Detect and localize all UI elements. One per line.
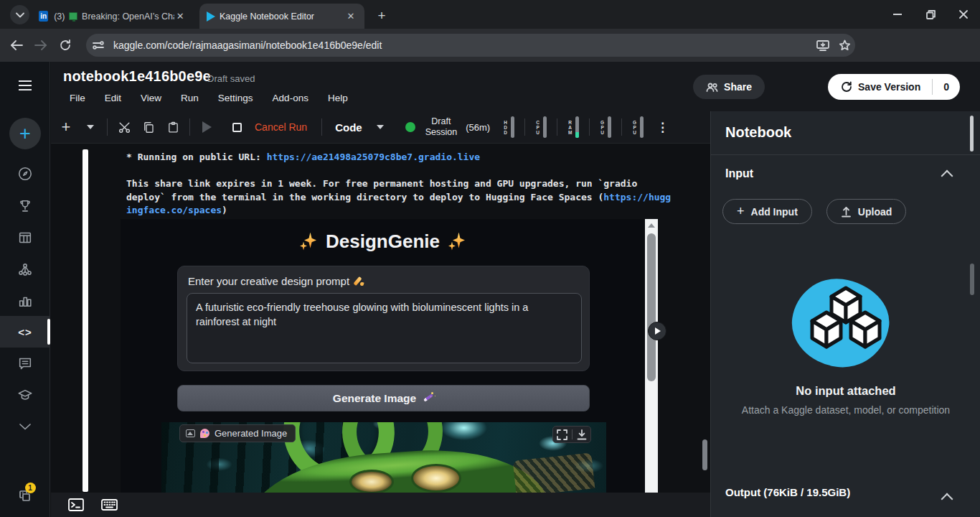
scroll-up-arrow[interactable] [648, 223, 655, 228]
sidebar-item-models[interactable] [0, 255, 50, 284]
save-version-button[interactable]: Save Version [828, 74, 932, 100]
add-input-button[interactable]: + Add Input [722, 199, 812, 224]
tab-search-button[interactable] [10, 5, 29, 24]
input-section-title: Input [725, 167, 753, 180]
menu-help[interactable]: Help [328, 93, 348, 103]
close-window-button[interactable] [947, 0, 980, 29]
linkedin-favicon: in [39, 11, 48, 22]
fullscreen-icon[interactable] [557, 429, 567, 440]
cell-output-text: * Running on public URL: https://ae21498… [126, 151, 673, 218]
panel-title: Notebook [725, 124, 791, 141]
kaggle-favicon [207, 11, 215, 22]
share-button[interactable]: Share [693, 75, 765, 99]
monitor-emoji-icon [69, 12, 77, 20]
run-cell-icon[interactable] [194, 121, 219, 133]
tab-close-icon[interactable]: ✕ [174, 10, 186, 23]
sidebar-item-learn[interactable] [0, 381, 50, 409]
image-window [411, 464, 461, 493]
tab-title: Breaking: OpenAI’s ChatG [82, 11, 174, 22]
menu-file[interactable]: File [70, 93, 85, 103]
minimize-button[interactable] [881, 0, 914, 29]
share-label: Share [724, 81, 752, 93]
menu-bar: File Edit View Run Settings Add-ons Help [70, 93, 348, 103]
toolbar-more-icon[interactable]: ⋮ [656, 120, 669, 135]
panel-scroll-thumb[interactable] [970, 116, 974, 152]
menu-edit[interactable]: Edit [105, 93, 121, 103]
keyboard-shortcuts-icon[interactable] [101, 499, 118, 511]
sidebar-item-datasets[interactable] [0, 223, 50, 252]
screen: in (3) Breaking: OpenAI’s ChatG ✕ Kaggle… [0, 0, 980, 517]
output-section-title[interactable]: Output (76KiB / 19.5GiB) [725, 486, 850, 498]
restore-button[interactable] [914, 0, 947, 29]
bookmark-star-icon[interactable] [834, 34, 855, 56]
palette-icon [200, 429, 209, 438]
notebook-header: notebook1e416b0e9e Draft saved File Edit… [51, 62, 980, 111]
no-input-title: No input attached [711, 384, 980, 398]
sidebar-item-competitions[interactable] [0, 192, 50, 220]
cell-type-selector[interactable]: Code [335, 121, 362, 134]
session-label: Draft Session [425, 116, 457, 138]
image-icon [186, 429, 195, 437]
reload-button[interactable] [53, 33, 77, 57]
image-window [349, 470, 394, 493]
create-button[interactable]: + [9, 118, 41, 149]
add-cell-dropdown-icon[interactable] [78, 125, 103, 129]
menu-hamburger-icon[interactable] [19, 80, 32, 90]
sidebar-item-discussions[interactable] [0, 349, 50, 378]
sidebar-item-home[interactable] [0, 159, 50, 188]
gradio-live-link[interactable]: https://ae21498a25079c8be7.gradio.live [267, 152, 480, 162]
add-cell-button[interactable]: + [54, 118, 78, 136]
sidebar-item-benchmarks[interactable] [0, 287, 50, 315]
tab-kaggle[interactable]: Kaggle Notebook Editor ✕ [199, 4, 364, 29]
no-input-subtitle: Attach a Kaggle dataset, model, or compe… [711, 404, 980, 416]
collapse-output-icon[interactable] [941, 493, 953, 506]
prompt-textarea[interactable]: A futuristic eco-friendly treehouse glow… [187, 293, 582, 363]
notebook-title[interactable]: notebook1e416b0e9e [63, 68, 211, 85]
sidebar-item-code[interactable]: <> [0, 316, 50, 348]
prompt-label: Enter your creative design prompt [188, 275, 365, 287]
browser-tabstrip: in (3) Breaking: OpenAI’s ChatG ✕ Kaggle… [0, 0, 980, 29]
active-events-button[interactable]: 1 [0, 481, 50, 510]
expand-panel-button[interactable] [648, 322, 666, 340]
back-button[interactable] [4, 33, 29, 57]
menu-view[interactable]: View [141, 93, 161, 103]
active-events-badge: 1 [25, 483, 36, 493]
image-bridge [513, 452, 595, 493]
sidebar-more-icon[interactable] [0, 412, 50, 441]
generated-image[interactable]: Generated Image [161, 422, 606, 493]
generate-image-button[interactable]: Generate Image [177, 385, 590, 411]
image-controls [552, 426, 591, 443]
gradio-scrollbar[interactable] [645, 219, 658, 493]
menu-settings[interactable]: Settings [218, 93, 253, 103]
collapse-input-icon[interactable] [941, 170, 953, 182]
notebook-side-panel: Notebook Input + Add Input Upload [710, 111, 980, 517]
tab-title: Kaggle Notebook Editor [220, 11, 314, 22]
stop-icon[interactable] [225, 123, 249, 132]
new-tab-button[interactable]: + [372, 6, 392, 26]
menu-addons[interactable]: Add-ons [273, 93, 308, 103]
site-settings-icon[interactable] [86, 40, 110, 50]
cut-cell-icon[interactable] [112, 121, 136, 134]
draft-status: Draft saved [207, 73, 255, 84]
install-app-icon[interactable] [812, 34, 834, 56]
copy-cell-icon[interactable] [136, 121, 161, 134]
tab-linkedin[interactable]: in (3) Breaking: OpenAI’s ChatG ✕ [32, 4, 193, 29]
omnibox[interactable]: kaggle.com/code/rajmaagasimani/notebook1… [86, 34, 855, 57]
gpu-monitor: GPU [600, 116, 611, 138]
tab-close-icon[interactable]: ✕ [344, 10, 357, 23]
cell-type-dropdown-icon[interactable] [368, 125, 392, 129]
forward-button[interactable] [29, 33, 53, 57]
sparkles-icon [300, 233, 317, 251]
panel-scroll-thumb[interactable] [970, 264, 974, 295]
upload-button[interactable]: Upload [826, 199, 906, 224]
console-icon[interactable] [68, 498, 84, 511]
version-count-button[interactable]: 0 [932, 79, 960, 95]
gradio-scroll-thumb[interactable] [647, 233, 656, 381]
menu-run[interactable]: Run [181, 93, 199, 103]
cell-scrollbar[interactable] [83, 149, 88, 492]
cancel-run-button[interactable]: Cancel Run [255, 121, 307, 133]
content-scroll-thumb[interactable] [702, 439, 707, 470]
url-text[interactable]: kaggle.com/code/rajmaagasimani/notebook1… [113, 39, 382, 51]
paste-cell-icon[interactable] [161, 121, 185, 134]
download-image-icon[interactable] [577, 429, 587, 440]
